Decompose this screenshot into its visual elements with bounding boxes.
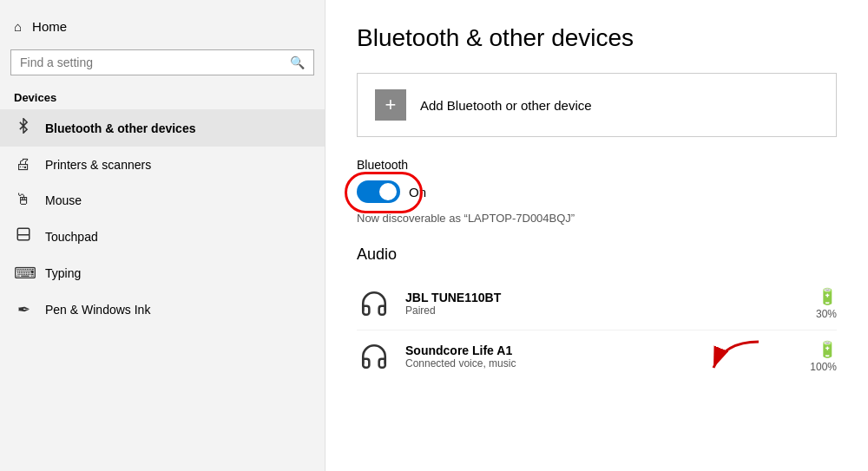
search-input[interactable] bbox=[20, 56, 283, 69]
device-name-2: Soundcore Life A1 bbox=[405, 343, 810, 357]
discoverable-text: Now discoverable as “LAPTOP-7D004BQJ” bbox=[357, 212, 837, 225]
toggle-annotation: On bbox=[357, 180, 426, 203]
sidebar-item-pen-label: Pen & Windows Ink bbox=[45, 303, 150, 317]
battery-area-2: 🔋 100% bbox=[810, 340, 837, 373]
main-content: Bluetooth & other devices + Add Bluetoot… bbox=[326, 0, 868, 471]
sidebar-item-printers-label: Printers & scanners bbox=[45, 158, 151, 172]
add-device-label: Add Bluetooth or other device bbox=[420, 98, 592, 113]
battery-area-1: 🔋 30% bbox=[816, 287, 837, 320]
audio-device-row-1[interactable]: JBL TUNE110BT Paired 🔋 30% bbox=[357, 278, 837, 330]
device-info-2: Soundcore Life A1 Connected voice, music bbox=[405, 343, 810, 370]
bluetooth-toggle[interactable] bbox=[357, 180, 400, 203]
toggle-thumb bbox=[379, 183, 397, 200]
sidebar-item-typing[interactable]: ⌨ Typing bbox=[0, 255, 325, 291]
sidebar-section-label: Devices bbox=[0, 86, 325, 109]
search-icon: 🔍 bbox=[290, 56, 305, 69]
plus-icon: + bbox=[375, 89, 406, 121]
sidebar-item-bluetooth[interactable]: Bluetooth & other devices bbox=[0, 109, 325, 147]
page-title: Bluetooth & other devices bbox=[357, 24, 837, 52]
headphone-icon-1 bbox=[357, 286, 391, 321]
sidebar-item-mouse-label: Mouse bbox=[45, 193, 82, 207]
device-status-1: Paired bbox=[405, 304, 816, 317]
sidebar-item-pen[interactable]: ✒ Pen & Windows Ink bbox=[0, 291, 325, 328]
home-icon: ⌂ bbox=[14, 19, 22, 34]
sidebar-item-touchpad-label: Touchpad bbox=[45, 230, 98, 244]
home-label: Home bbox=[32, 19, 67, 34]
keyboard-icon: ⌨ bbox=[14, 264, 33, 283]
mouse-icon: 🖱 bbox=[14, 191, 33, 209]
headphone-icon-2 bbox=[357, 339, 391, 374]
device-status-2: Connected voice, music bbox=[405, 357, 810, 370]
device-name-1: JBL TUNE110BT bbox=[405, 291, 816, 304]
sidebar-item-mouse[interactable]: 🖱 Mouse bbox=[0, 182, 325, 218]
battery-pct-2: 100% bbox=[810, 361, 837, 373]
audio-device-row-2[interactable]: Soundcore Life A1 Connected voice, music… bbox=[357, 330, 837, 383]
touchpad-icon bbox=[14, 226, 33, 246]
audio-section-label: Audio bbox=[357, 245, 837, 264]
battery-pct-1: 30% bbox=[816, 308, 837, 320]
device-info-1: JBL TUNE110BT Paired bbox=[405, 291, 816, 317]
sidebar-item-typing-label: Typing bbox=[45, 266, 81, 280]
bluetooth-icon bbox=[14, 118, 33, 138]
pen-icon: ✒ bbox=[14, 300, 33, 319]
sidebar-item-touchpad[interactable]: Touchpad bbox=[0, 218, 325, 255]
toggle-on-label: On bbox=[409, 185, 426, 200]
sidebar: ⌂ Home 🔍 Devices Bluetooth & other devic… bbox=[0, 0, 326, 471]
printer-icon: 🖨 bbox=[14, 155, 33, 173]
bluetooth-toggle-row: On bbox=[357, 180, 837, 203]
add-device-button[interactable]: + Add Bluetooth or other device bbox=[357, 73, 837, 137]
battery-icon-1: 🔋 bbox=[818, 287, 837, 306]
search-box[interactable]: 🔍 bbox=[10, 49, 314, 75]
sidebar-item-bluetooth-label: Bluetooth & other devices bbox=[45, 121, 195, 135]
battery-icon-2: 🔋 bbox=[818, 340, 837, 359]
toggle-track[interactable] bbox=[357, 180, 400, 203]
bluetooth-section-label: Bluetooth bbox=[357, 158, 837, 172]
sidebar-home[interactable]: ⌂ Home bbox=[0, 9, 325, 44]
sidebar-item-printers[interactable]: 🖨 Printers & scanners bbox=[0, 147, 325, 182]
